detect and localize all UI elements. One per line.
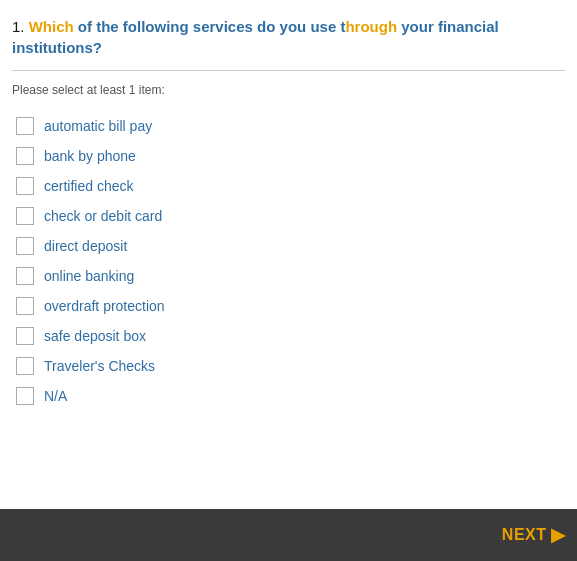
checkbox-safe-deposit-box[interactable] bbox=[16, 327, 34, 345]
footer-bar: NEXT ▶ bbox=[0, 509, 577, 561]
question-highlight-through: hrough bbox=[345, 18, 397, 35]
checkbox-travelers-checks[interactable] bbox=[16, 357, 34, 375]
next-arrow-icon: ▶ bbox=[551, 524, 566, 546]
divider bbox=[12, 70, 565, 71]
checkbox-check-or-debit-card[interactable] bbox=[16, 207, 34, 225]
label-direct-deposit: direct deposit bbox=[44, 238, 127, 254]
question-text: of the following services do you use t bbox=[74, 18, 346, 35]
label-online-banking: online banking bbox=[44, 268, 134, 284]
checkbox-direct-deposit[interactable] bbox=[16, 237, 34, 255]
next-label: NEXT bbox=[502, 526, 547, 544]
list-item[interactable]: online banking bbox=[12, 261, 565, 291]
list-item[interactable]: certified check bbox=[12, 171, 565, 201]
question-highlight-which: Which bbox=[29, 18, 74, 35]
question-number: 1. bbox=[12, 18, 29, 35]
label-na: N/A bbox=[44, 388, 67, 404]
label-safe-deposit-box: safe deposit box bbox=[44, 328, 146, 344]
instruction-text: Please select at least 1 item: bbox=[12, 83, 565, 97]
list-item[interactable]: overdraft protection bbox=[12, 291, 565, 321]
checkbox-certified-check[interactable] bbox=[16, 177, 34, 195]
list-item[interactable]: safe deposit box bbox=[12, 321, 565, 351]
list-item[interactable]: direct deposit bbox=[12, 231, 565, 261]
checkbox-automatic-bill-pay[interactable] bbox=[16, 117, 34, 135]
list-item[interactable]: Traveler's Checks bbox=[12, 351, 565, 381]
list-item[interactable]: check or debit card bbox=[12, 201, 565, 231]
label-travelers-checks: Traveler's Checks bbox=[44, 358, 155, 374]
label-overdraft-protection: overdraft protection bbox=[44, 298, 165, 314]
checkbox-bank-by-phone[interactable] bbox=[16, 147, 34, 165]
main-content: 1. Which of the following services do yo… bbox=[0, 0, 577, 509]
label-check-or-debit-card: check or debit card bbox=[44, 208, 162, 224]
checkbox-online-banking[interactable] bbox=[16, 267, 34, 285]
checkbox-na[interactable] bbox=[16, 387, 34, 405]
list-item[interactable]: bank by phone bbox=[12, 141, 565, 171]
label-bank-by-phone: bank by phone bbox=[44, 148, 136, 164]
list-item[interactable]: automatic bill pay bbox=[12, 111, 565, 141]
label-certified-check: certified check bbox=[44, 178, 133, 194]
label-automatic-bill-pay: automatic bill pay bbox=[44, 118, 152, 134]
checkbox-list: automatic bill pay bank by phone certifi… bbox=[12, 111, 565, 411]
next-button[interactable]: NEXT ▶ bbox=[502, 524, 565, 546]
list-item[interactable]: N/A bbox=[12, 381, 565, 411]
checkbox-overdraft-protection[interactable] bbox=[16, 297, 34, 315]
question-title: 1. Which of the following services do yo… bbox=[12, 16, 565, 58]
